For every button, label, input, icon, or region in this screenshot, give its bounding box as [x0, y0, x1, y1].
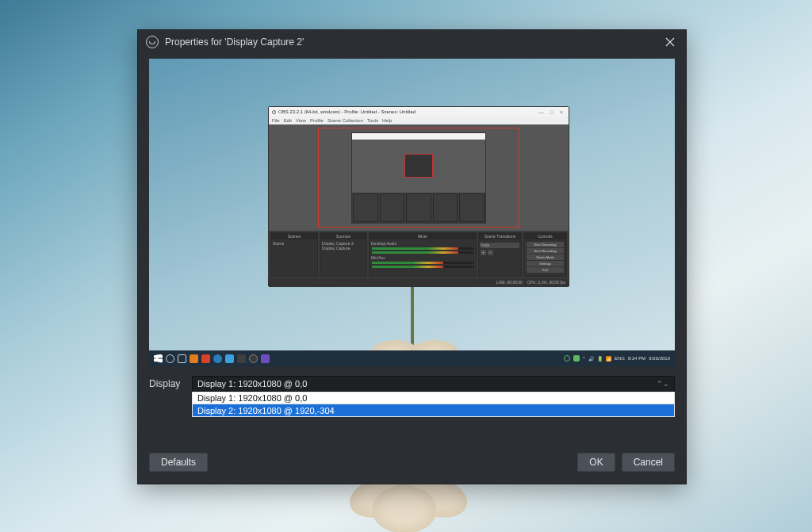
menu-profile: Profile	[310, 118, 324, 123]
plus-icon: +	[481, 250, 486, 255]
inner-titlebar: OBS 23.2.1 (64-bit, windows) - Profile: …	[269, 107, 569, 117]
panel-header: Sources	[320, 233, 366, 239]
inner-preview	[269, 124, 569, 231]
panel-header: Scenes	[271, 233, 317, 239]
dialog-footer: Defaults OK Cancel	[138, 449, 686, 484]
tray-icon: 🔋	[597, 356, 603, 362]
tray: ^ 🔊 🔋 📶 ENG 8:24 PM 9/26/2019	[564, 355, 670, 362]
inner-menubar: File Edit View Profile Scene Collection …	[269, 117, 569, 124]
panel-scenes: Scenes Scene	[270, 232, 318, 277]
tray-lang: ENG	[615, 356, 625, 361]
menu-view: View	[296, 118, 306, 123]
inner-title-text: OBS 23.2.1 (64-bit, windows) - Profile: …	[278, 109, 416, 114]
start-streaming-button: Start Streaming	[527, 242, 564, 247]
menu-tools: Tools	[367, 118, 378, 123]
app-icon	[201, 354, 210, 363]
exit-button: Exit	[527, 267, 564, 273]
display-option-1[interactable]: Display 1: 1920x1080 @ 0,0	[193, 392, 674, 404]
ok-button[interactable]: OK	[577, 453, 615, 472]
app-icon	[213, 354, 222, 363]
display-option-2[interactable]: Display 2: 1920x1080 @ 1920,-304	[193, 404, 674, 416]
obs-icon	[146, 36, 159, 48]
inner-obs-window: OBS 23.2.1 (64-bit, windows) - Profile: …	[268, 106, 569, 287]
menu-file: File	[272, 118, 280, 123]
audio-meter	[372, 262, 473, 264]
inner-bottom-panels: Scenes Scene Sources Display Capture 2 D…	[269, 231, 569, 278]
app-icon	[237, 354, 246, 363]
tray-date: 9/26/2019	[649, 356, 670, 361]
transition-select: Fade	[481, 243, 519, 248]
app-icon	[249, 354, 258, 363]
settings-button: Settings	[527, 261, 564, 266]
obs-icon	[272, 110, 276, 114]
display-label: Display	[149, 378, 186, 389]
properties-dialog: Properties for 'Display Capture 2' OBS 2…	[137, 29, 687, 484]
studio-mode-button: Studio Mode	[527, 255, 564, 260]
tray-chev-icon: ^	[583, 356, 585, 361]
panel-controls: Controls Start Streaming Start Recording…	[523, 232, 567, 277]
app-icon	[261, 354, 270, 363]
form-area: Display Display 1: 1920x1080 @ 0,0 ⌃⌄ Di…	[138, 373, 686, 417]
display-select[interactable]: Display 1: 1920x1080 @ 0,0 ⌃⌄	[192, 376, 675, 392]
taskview-icon	[178, 354, 186, 363]
tray-icon: 📶	[606, 356, 611, 362]
menu-edit: Edit	[284, 118, 292, 123]
search-icon	[166, 354, 174, 363]
mixer-item: Mic/Aux	[371, 255, 474, 260]
tray-icon	[573, 355, 580, 362]
tray-icon: 🔊	[588, 356, 594, 362]
app-icon	[190, 354, 198, 363]
menu-help: Help	[382, 118, 392, 123]
chevron-updown-icon: ⌃⌄	[657, 380, 669, 388]
panel-header: Mixer	[370, 233, 476, 239]
inner-statusbar: LIVE: 00:00:00 CPU: 2.1%, 30.00 fps	[269, 278, 569, 286]
start-recording-button: Start Recording	[527, 248, 564, 254]
source-item: Display Capture	[322, 246, 365, 251]
tray-icon	[564, 355, 570, 362]
titlebar[interactable]: Properties for 'Display Capture 2'	[138, 30, 686, 54]
bg-flower-petal	[373, 485, 436, 532]
minus-icon: −	[488, 250, 493, 255]
status-live: LIVE: 00:00:00	[496, 280, 523, 285]
audio-meter	[372, 247, 473, 250]
panel-header: Controls	[524, 233, 566, 239]
cancel-button[interactable]: Cancel	[622, 453, 675, 472]
window-controls-icon: — □ ×	[538, 109, 565, 115]
display-select-value: Display 1: 1920x1080 @ 0,0	[197, 379, 307, 388]
panel-mixer: Mixer Desktop Audio Mic/Aux	[369, 232, 477, 277]
mixer-item: Desktop Audio	[371, 241, 474, 246]
audio-meter	[372, 251, 473, 254]
panel-transitions: Scene Transitions Fade + −	[478, 232, 522, 277]
panel-sources: Sources Display Capture 2 Display Captur…	[320, 232, 367, 277]
defaults-button[interactable]: Defaults	[149, 453, 208, 472]
panel-header: Scene Transitions	[479, 233, 521, 239]
preview-taskbar: ^ 🔊 🔋 📶 ENG 8:24 PM 9/26/2019	[149, 350, 675, 366]
app-icon	[225, 354, 234, 363]
menu-scene-collection: Scene Collection	[327, 118, 363, 123]
close-button[interactable]	[654, 30, 686, 54]
window-title: Properties for 'Display Capture 2'	[165, 36, 654, 48]
scene-item: Scene	[273, 241, 316, 246]
tray-time: 8:24 PM	[628, 356, 645, 361]
preview-area: OBS 23.2.1 (64-bit, windows) - Profile: …	[149, 59, 675, 366]
audio-meter	[372, 266, 473, 268]
start-icon	[154, 354, 163, 363]
status-cpu: CPU: 2.1%, 30.00 fps	[527, 280, 565, 285]
display-dropdown: Display 1: 1920x1080 @ 0,0 Display 2: 19…	[192, 392, 675, 417]
